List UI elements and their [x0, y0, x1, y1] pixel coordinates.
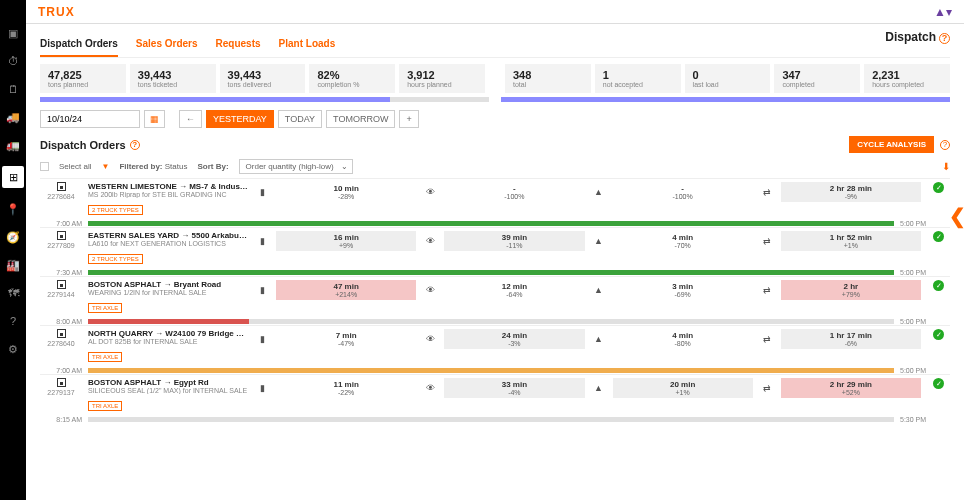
stat-card: 47,825tons planned — [40, 64, 126, 93]
add-day-button[interactable]: + — [399, 110, 418, 128]
truck-type-badge: 2 TRUCK TYPES — [88, 205, 143, 215]
help-icon[interactable]: ? — [130, 140, 140, 150]
stats-row: 47,825tons planned39,443tons ticketed39,… — [40, 64, 950, 93]
stat-card: 347completed — [774, 64, 860, 93]
timeline: 8:00 AM5:00 PM — [40, 318, 950, 325]
status-dot[interactable]: ✓ — [933, 280, 944, 291]
tab-sales-orders[interactable]: Sales Orders — [136, 32, 198, 57]
tab-requests[interactable]: Requests — [216, 32, 261, 57]
truck-type-badge: TRI AXLE — [88, 303, 122, 313]
stat-card: 348total — [505, 64, 591, 93]
select-all-checkbox[interactable] — [40, 162, 49, 171]
order-checkbox[interactable]: 2278640 — [40, 329, 82, 347]
sidebar-icon-0[interactable]: ▣ — [6, 26, 20, 40]
timeline: 7:30 AM5:00 PM — [40, 269, 950, 276]
help-icon[interactable]: ? — [939, 33, 950, 44]
stat-card: 82%completion % — [309, 64, 395, 93]
metric-icon: 👁 — [422, 383, 438, 393]
metric-box: 2 hr+79% — [781, 280, 921, 300]
metric-icon: ▲ — [591, 334, 607, 344]
user-menu-icon[interactable]: ▲▾ — [934, 5, 952, 19]
order-checkbox[interactable]: 2277809 — [40, 231, 82, 249]
metric-box: 2 hr 28 min-9% — [781, 182, 921, 202]
timeline: 8:15 AM5:30 PM — [40, 416, 950, 423]
sidebar-icon-3[interactable]: 🚚 — [6, 110, 20, 124]
logo: TRUX — [38, 5, 75, 19]
left-sidebar: ▣⏱🗒🚚🚛⊞📍🧭🏭🗺?⚙ — [0, 0, 26, 500]
metric-icon: ⇄ — [759, 236, 775, 246]
metric-box: 20 min+1% — [613, 378, 753, 398]
help-icon[interactable]: ? — [940, 140, 950, 150]
status-dot[interactable]: ✓ — [933, 182, 944, 193]
order-checkbox[interactable]: 2279137 — [40, 378, 82, 396]
stat-card: 3,912hours planned — [399, 64, 485, 93]
sidebar-icon-4[interactable]: 🚛 — [6, 138, 20, 152]
tab-plant-loads[interactable]: Plant Loads — [279, 32, 336, 57]
metric-icon: ⇄ — [759, 334, 775, 344]
metric-icon: ▮ — [254, 285, 270, 295]
order-row: 2279144BOSTON ASPHALT → Bryant RoadWEARI… — [40, 276, 950, 325]
yesterday-button[interactable]: YESTERDAY — [206, 110, 274, 128]
stat-card: 2,231hours completed — [864, 64, 950, 93]
metric-box: 7 min-47% — [276, 329, 416, 349]
calendar-button[interactable]: ▦ — [144, 110, 165, 128]
filter-icon[interactable]: ▼ — [101, 162, 109, 171]
sort-select[interactable]: Order quantity (high-low) — [239, 159, 353, 174]
sidebar-icon-6[interactable]: 📍 — [6, 202, 20, 216]
today-button[interactable]: TODAY — [278, 110, 322, 128]
order-info[interactable]: WESTERN LIMESTONE → MS-7 & Industrial …M… — [88, 182, 248, 216]
metric-box: 1 hr 17 min-6% — [781, 329, 921, 349]
tomorrow-button[interactable]: TOMORROW — [326, 110, 395, 128]
sidebar-icon-9[interactable]: 🗺 — [6, 286, 20, 300]
tab-dispatch-orders[interactable]: Dispatch Orders — [40, 32, 118, 57]
order-info[interactable]: BOSTON ASPHALT → Bryant RoadWEARING 1/2I… — [88, 280, 248, 314]
date-nav-row: ▦ ← YESTERDAY TODAY TOMORROW + — [40, 110, 950, 128]
top-bar: TRUX ▲▾ — [26, 0, 964, 24]
metric-icon: ⇄ — [759, 383, 775, 393]
sidebar-icon-7[interactable]: 🧭 — [6, 230, 20, 244]
status-dot[interactable]: ✓ — [933, 231, 944, 242]
order-checkbox[interactable]: 2278684 — [40, 182, 82, 200]
timeline: 7:00 AM5:00 PM — [40, 367, 950, 374]
metric-icon: ▮ — [254, 187, 270, 197]
sidebar-icon-10[interactable]: ? — [6, 314, 20, 328]
order-checkbox[interactable]: 2279144 — [40, 280, 82, 298]
stat-card: 0last load — [685, 64, 771, 93]
metric-icon: ▮ — [254, 236, 270, 246]
metric-icon: 👁 — [422, 236, 438, 246]
sidebar-icon-8[interactable]: 🏭 — [6, 258, 20, 272]
prev-day-button[interactable]: ← — [179, 110, 202, 128]
metric-box: 12 min-64% — [444, 280, 584, 300]
metric-box: 33 min-4% — [444, 378, 584, 398]
status-dot[interactable]: ✓ — [933, 378, 944, 389]
metric-icon: 👁 — [422, 285, 438, 295]
sidebar-icon-1[interactable]: ⏱ — [6, 54, 20, 68]
select-all-label: Select all — [59, 162, 91, 171]
collapse-panel-icon[interactable]: ❮ — [949, 204, 964, 228]
stat-card: 39,443tons delivered — [220, 64, 306, 93]
metric-box: 10 min-28% — [276, 182, 416, 202]
main-panel: Dispatch? Dispatch OrdersSales OrdersReq… — [26, 24, 964, 500]
metric-icon: ▮ — [254, 334, 270, 344]
sidebar-icon-11[interactable]: ⚙ — [6, 342, 20, 356]
metric-box: 4 min-80% — [613, 329, 753, 349]
status-dot[interactable]: ✓ — [933, 329, 944, 340]
filter-row: Select all ▼ Filtered by: Status Sort By… — [40, 159, 950, 174]
metric-icon: 👁 — [422, 187, 438, 197]
download-icon[interactable]: ⬇ — [942, 161, 950, 172]
date-input[interactable] — [40, 110, 140, 128]
metric-icon: ▲ — [591, 383, 607, 393]
sidebar-icon-5[interactable]: ⊞ — [2, 166, 24, 188]
order-info[interactable]: EASTERN SALES YARD → 5500 Arkabutla Da…L… — [88, 231, 248, 265]
metric-box: 39 min-11% — [444, 231, 584, 251]
metric-box: 47 min+214% — [276, 280, 416, 300]
tabs: Dispatch OrdersSales OrdersRequestsPlant… — [40, 32, 950, 58]
order-info[interactable]: BOSTON ASPHALT → Egypt RdSILICEOUS SEAL … — [88, 378, 248, 412]
metric-icon: ▮ — [254, 383, 270, 393]
metric-icon: ⇄ — [759, 285, 775, 295]
order-info[interactable]: NORTH QUARRY → W24100 79 Bridge JobAL DO… — [88, 329, 248, 363]
metric-icon: 👁 — [422, 334, 438, 344]
cycle-analysis-button[interactable]: CYCLE ANALYSIS — [849, 136, 934, 153]
dispatch-heading: Dispatch? — [885, 30, 950, 44]
sidebar-icon-2[interactable]: 🗒 — [6, 82, 20, 96]
